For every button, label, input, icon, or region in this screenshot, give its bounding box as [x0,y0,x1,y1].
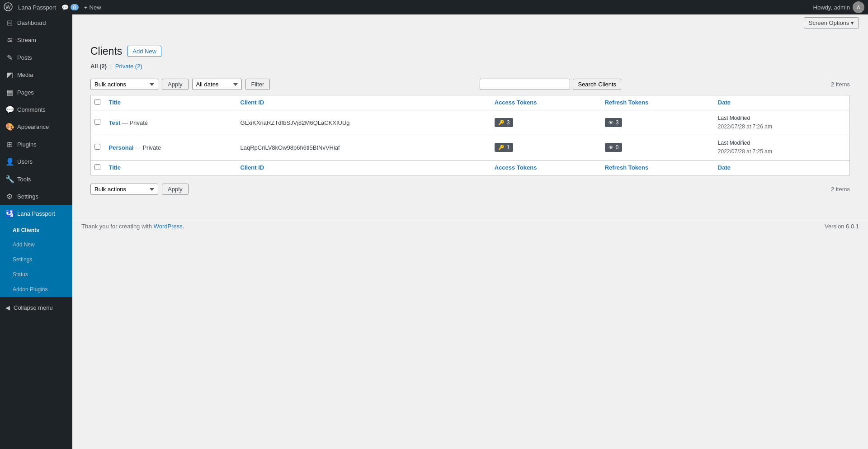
sidebar-item-stream[interactable]: ≋ Stream [0,32,72,49]
tfoot-access-tokens[interactable]: Access Tokens [490,160,600,175]
filter-private-link[interactable]: Private (2) [115,63,142,70]
comments-icon: 💬 [5,105,14,115]
add-new-button[interactable]: Add New [127,46,161,57]
row-refresh-tokens-cell[interactable]: 👁 0 [600,135,713,160]
sidebar-item-lana-passport[interactable]: 🛂 Lana Passport All Clients Add New [0,205,72,297]
sidebar-item-tools[interactable]: 🔧 Tools [0,171,72,188]
sidebar-item-appearance[interactable]: 🎨 Appearance [0,118,72,136]
refresh-token-count: 0 [616,144,619,151]
posts-icon: ✎ [5,53,14,63]
wp-wrap: ⊟ Dashboard ≋ Stream ✎ Posts ◩ Med [0,14,868,449]
sidebar-item-comments[interactable]: 💬 Comments [0,101,72,118]
row-checkbox[interactable] [94,144,100,150]
wordpress-link[interactable]: WordPress [154,223,183,230]
sidebar-item-plugins[interactable]: ⊞ Plugins [0,136,72,153]
access-token-badge[interactable]: 🔑 1 [495,143,514,152]
dates-select[interactable]: All dates [192,79,242,90]
row-refresh-tokens-cell[interactable]: 👁 3 [600,110,713,135]
sidebar-item-label: Settings [17,193,38,201]
th-access-tokens[interactable]: Access Tokens [490,95,600,110]
filter-button[interactable]: Filter [245,79,270,90]
bulk-actions-select-bottom[interactable]: Bulk actions [90,184,158,195]
media-icon: ◩ [5,70,14,80]
sidebar: ⊟ Dashboard ≋ Stream ✎ Posts ◩ Med [0,14,72,449]
row-checkbox-cell[interactable] [91,110,104,135]
search-box: Search Clients [480,79,621,90]
comment-count: 0 [71,4,79,10]
tfoot-refresh-tokens[interactable]: Refresh Tokens [600,160,713,175]
submenu-item-add-new[interactable]: Add New [0,237,72,252]
clients-table: Title Client ID Access Tokens Refresh To… [90,95,850,175]
sidebar-item-posts[interactable]: ✎ Posts [0,49,72,66]
submenu-item-addon-plugins[interactable]: Addon Plugins [0,282,72,297]
sidebar-item-label: Dashboard [17,19,46,27]
select-all-column[interactable] [91,95,104,110]
admin-bar: W Lana Passport 💬 0 + New Howdy, admin A [0,0,868,14]
apply-button-top[interactable]: Apply [162,79,189,90]
sidebar-item-media[interactable]: ◩ Media [0,66,72,84]
new-content-link[interactable]: + New [84,4,101,11]
tfoot-date[interactable]: Date [713,160,850,175]
screen-options-button[interactable]: Screen Options ▾ [804,17,859,28]
select-all-checkbox[interactable] [94,99,100,105]
sidebar-item-label: Posts [17,54,32,62]
apply-button-bottom[interactable]: Apply [162,184,189,195]
row-date-cell: Last Modified 2022/07/28 at 7:25 am [713,135,850,160]
sidebar-item-pages[interactable]: ▤ Pages [0,84,72,101]
select-all-footer-checkbox[interactable] [94,164,100,170]
main-content: Screen Options ▾ Clients Add New All (2)… [72,14,868,449]
plus-icon: + [84,4,88,11]
bulk-actions-select-top[interactable]: Bulk actions [90,79,158,90]
row-access-tokens-cell[interactable]: 🔑 1 [490,135,600,160]
th-title[interactable]: Title [104,95,236,110]
collapse-menu-button[interactable]: ◀ Collapse menu [0,301,72,315]
avatar: A [853,1,864,13]
access-token-badge[interactable]: 🔑 3 [495,118,514,127]
submenu-item-settings[interactable]: Settings [0,252,72,267]
wp-logo-icon[interactable]: W [4,2,13,13]
sidebar-item-settings[interactable]: ⚙ Settings [0,188,72,205]
sidebar-item-label: Tools [17,175,31,184]
refresh-token-badge[interactable]: 👁 0 [605,143,623,152]
submenu-item-all-clients[interactable]: All Clients [0,223,72,238]
search-input[interactable] [480,79,570,90]
select-all-footer-column[interactable] [91,160,104,175]
table-body: Test — Private GLxiKXnaRZTdfbSJVj82M6QLa… [91,110,850,160]
row-title-cell: Test — Private [104,110,236,135]
tfoot-title[interactable]: Title [104,160,236,175]
sidebar-item-label: Lana Passport [17,210,55,218]
sidebar-item-label: Stream [17,36,36,44]
client-title-link[interactable]: Personal [109,144,134,151]
row-checkbox[interactable] [94,119,100,125]
tablenav-bottom: Bulk actions Apply 2 items [81,179,859,200]
submenu-label: Status [13,271,28,279]
submenu-item-status[interactable]: Status [0,267,72,282]
date-value: Last Modified 2022/07/28 at 7:25 am [718,139,845,156]
eye-icon: 👁 [609,120,613,125]
sidebar-item-label: Plugins [17,141,37,149]
tfoot-client-id[interactable]: Client ID [236,160,490,175]
row-access-tokens-cell[interactable]: 🔑 3 [490,110,600,135]
th-refresh-tokens[interactable]: Refresh Tokens [600,95,713,110]
th-date[interactable]: Date [713,95,850,110]
sidebar-item-dashboard[interactable]: ⊟ Dashboard [0,14,72,32]
client-title-link[interactable]: Test [109,119,121,126]
table-head: Title Client ID Access Tokens Refresh To… [91,95,850,110]
items-count-top: 2 items [831,81,850,88]
filter-all-link[interactable]: All (2) [90,63,108,70]
search-clients-button[interactable]: Search Clients [573,79,621,90]
submenu-label: All Clients [13,227,39,234]
comments-link[interactable]: 💬 0 [61,4,79,11]
site-name[interactable]: Lana Passport [18,4,56,11]
svg-text:W: W [5,4,11,10]
version-info: Version 6.0.1 [825,223,859,230]
access-token-count: 1 [507,144,510,151]
table-header-row: Title Client ID Access Tokens Refresh To… [91,95,850,110]
howdy-text: Howdy, admin A [813,1,864,13]
th-client-id[interactable]: Client ID [236,95,490,110]
access-token-count: 3 [507,119,510,126]
row-checkbox-cell[interactable] [91,135,104,160]
sidebar-item-users[interactable]: 👤 Users [0,153,72,170]
wp-footer: Thank you for creating with WordPress. V… [72,218,868,234]
refresh-token-badge[interactable]: 👁 3 [605,118,623,127]
